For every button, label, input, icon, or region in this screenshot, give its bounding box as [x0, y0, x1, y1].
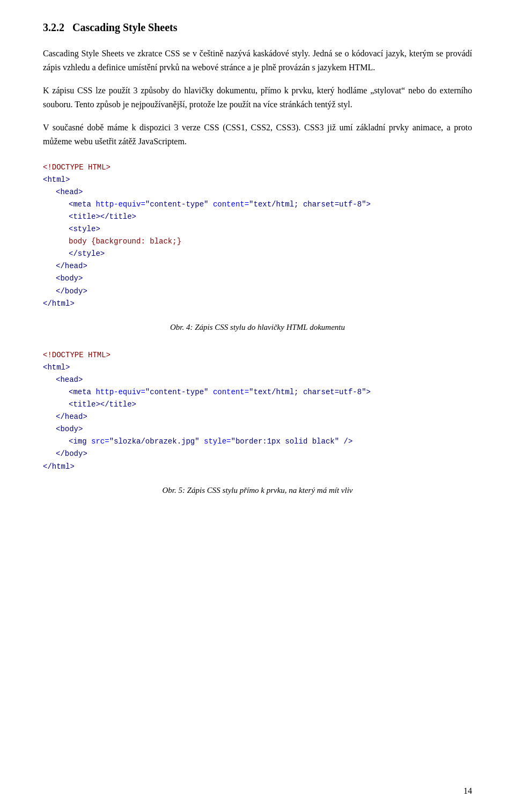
code-line: <html> [43, 174, 472, 186]
section-title: Cascading Style Sheets [72, 21, 178, 33]
section-number: 3.2.2 [43, 21, 64, 33]
code-line: <style> [43, 223, 472, 235]
code-line: <head> [43, 186, 472, 198]
code-block-2: <!DOCTYPE HTML> <html> <head> <meta http… [43, 349, 472, 473]
section-heading: 3.2.2 Cascading Style Sheets [43, 21, 472, 34]
figure-2-caption: Obr. 5: Zápis CSS stylu přímo k prvku, n… [43, 486, 472, 495]
code-line: <html> [43, 361, 472, 374]
code-line: <title></title> [43, 398, 472, 411]
code-line: </style> [43, 248, 472, 260]
code-line: </body> [43, 448, 472, 460]
page-number: 14 [464, 786, 472, 796]
code-line: <head> [43, 374, 472, 386]
code-line: <!DOCTYPE HTML> [43, 161, 472, 174]
paragraph-1: Cascading Style Sheets ve zkratce CSS se… [43, 47, 472, 74]
code-line: </html> [43, 461, 472, 473]
paragraph-4: V současné době máme k dispozici 3 verze… [43, 121, 472, 148]
code-line: <body> [43, 272, 472, 285]
code-line: <body> [43, 423, 472, 435]
code-line: <meta http-equiv="content-type" content=… [43, 386, 472, 398]
code-line: </head> [43, 260, 472, 272]
code-line: <img src="slozka/obrazek.jpg" style="bor… [43, 435, 472, 448]
code-line: </html> [43, 298, 472, 310]
figure-1-caption: Obr. 4: Zápis CSS stylu do hlavičky HTML… [43, 323, 472, 332]
code-line: <!DOCTYPE HTML> [43, 349, 472, 361]
code-line: <title></title> [43, 211, 472, 223]
code-line: body {background: black;} [43, 235, 472, 248]
code-line: <meta http-equiv="content-type" content=… [43, 198, 472, 211]
code-block-1: <!DOCTYPE HTML> <html> <head> <meta http… [43, 161, 472, 310]
paragraph-2: K zápisu CSS lze použít 3 způsoby do hla… [43, 84, 472, 111]
code-line: </head> [43, 411, 472, 423]
code-line: </body> [43, 285, 472, 298]
